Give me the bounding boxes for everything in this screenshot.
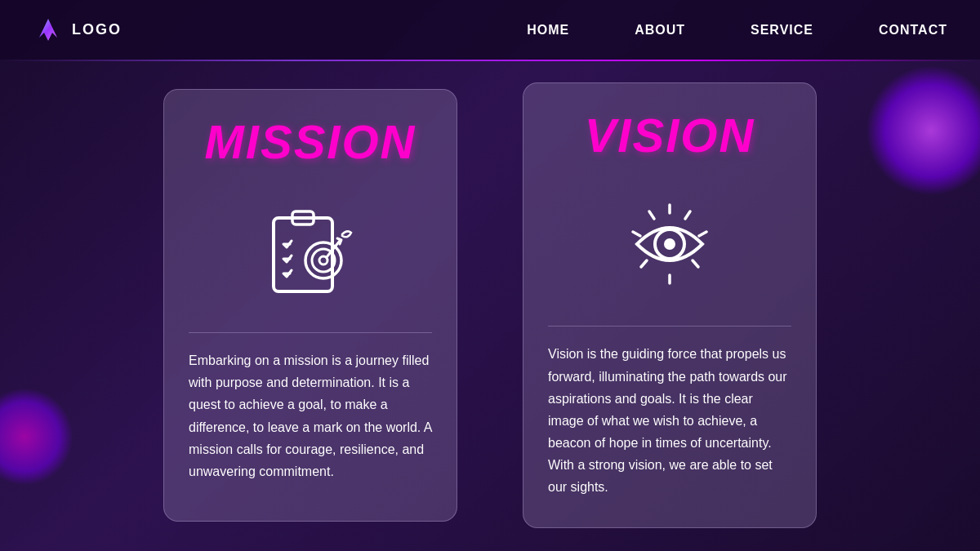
nav-link-service[interactable]: SERVICE	[751, 23, 813, 38]
svg-line-17	[633, 232, 640, 236]
vision-icon-area	[604, 179, 735, 309]
mission-icon	[253, 193, 368, 308]
svg-line-16	[699, 232, 706, 236]
mission-icon-area	[245, 185, 376, 316]
logo-icon	[33, 15, 64, 46]
svg-line-15	[649, 211, 654, 219]
vision-divider	[548, 326, 791, 327]
vision-icon	[612, 187, 727, 301]
nav-link-about[interactable]: ABOUT	[635, 23, 685, 38]
mission-title: MISSION	[205, 114, 416, 169]
svg-line-14	[685, 211, 690, 219]
logo-text: LOGO	[72, 21, 122, 38]
svg-line-19	[641, 260, 647, 267]
svg-rect-0	[274, 218, 332, 291]
vision-card: VISION	[523, 82, 817, 527]
vision-title: VISION	[585, 108, 755, 162]
mission-card: MISSION	[163, 89, 457, 522]
svg-line-18	[693, 260, 698, 267]
main-content: MISSION	[0, 60, 980, 551]
nav-link-contact[interactable]: CONTACT	[879, 23, 947, 38]
mission-divider	[189, 332, 432, 333]
svg-point-11	[664, 238, 675, 250]
vision-text: Vision is the guiding force that propels…	[548, 343, 791, 498]
navbar: LOGO HOME ABOUT SERVICE CONTACT	[0, 0, 980, 60]
nav-link-home[interactable]: HOME	[527, 23, 569, 38]
mission-text: Embarking on a mission is a journey fill…	[189, 349, 432, 482]
nav-links: HOME ABOUT SERVICE CONTACT	[527, 23, 947, 38]
logo-area: LOGO	[33, 15, 527, 46]
